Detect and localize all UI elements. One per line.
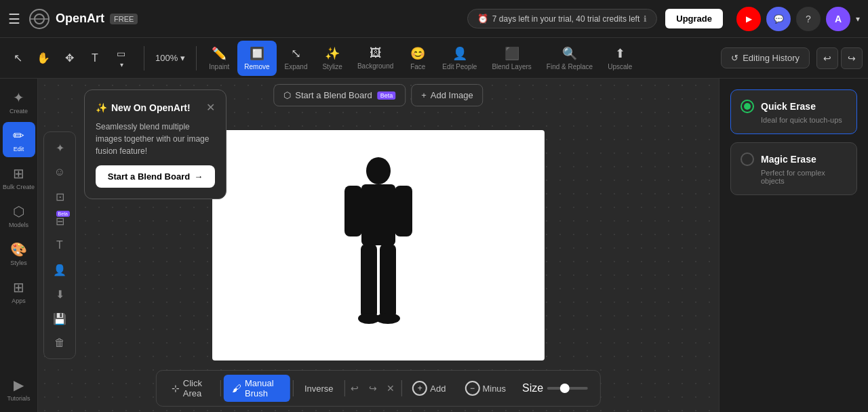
find-replace-btn[interactable]: 🔍 Find & Replace [540, 41, 599, 76]
discord-icon[interactable]: 💬 [766, 7, 791, 31]
menu-icon[interactable]: ☰ [8, 11, 20, 27]
frame-tool-btn[interactable]: ▭ ▾ [108, 41, 133, 76]
add-btn-wrapper[interactable]: + Add [404, 377, 454, 399]
click-area-btn[interactable]: ⊹ Click Area [163, 375, 218, 402]
undo-button[interactable]: ↩ [816, 47, 838, 69]
add-image-label: Add Image [431, 90, 473, 100]
inverse-btn[interactable]: Inverse [296, 380, 342, 397]
svg-rect-7 [361, 244, 377, 318]
styles-label: Styles [10, 260, 27, 266]
select-tool-btn[interactable]: ↖ [5, 41, 30, 76]
text-tool-btn[interactable]: T [83, 41, 107, 76]
avatar[interactable]: A [826, 7, 850, 31]
sidebar-item-create[interactable]: ✦ Create [3, 84, 35, 119]
zoom-value: 100% [155, 53, 178, 63]
redo-button[interactable]: ↪ [841, 47, 863, 69]
sidebar-item-bulk-create[interactable]: ⊞ Bulk Create [3, 160, 35, 195]
sub-delete-btn[interactable]: 🗑 [48, 331, 71, 354]
beta-badge: Beta [378, 91, 396, 100]
move-tool-btn[interactable]: ✥ [57, 41, 81, 76]
clock-icon: ⏰ [477, 14, 488, 24]
magic-erase-title: Magic Erase [761, 154, 816, 165]
upscale-btn[interactable]: ⬆ Upscale [601, 41, 639, 76]
help-icon[interactable]: ? [796, 7, 821, 31]
remove-btn[interactable]: 🔲 Remove [237, 41, 276, 76]
minus-btn-wrapper[interactable]: − Minus [456, 377, 514, 399]
separator [220, 380, 221, 396]
sidebar-item-edit[interactable]: ✏ Edit [3, 122, 35, 157]
add-circle-icon: + [412, 381, 427, 396]
mini-tools: ↖ ✋ ✥ T ▭ ▾ [5, 41, 133, 76]
face-label: Face [410, 63, 425, 70]
magic-erase-header: Magic Erase [741, 152, 847, 166]
redo-icon-btn[interactable]: ↪ [366, 378, 380, 398]
sub-face-btn[interactable]: ☺ [48, 161, 71, 184]
brush-icon: 🖌 [232, 383, 241, 394]
topbar: ☰ OpenArt FREE ⏰ 7 days left in your tri… [0, 0, 868, 38]
bulk-create-label: Bulk Create [3, 184, 35, 190]
styles-icon: 🎨 [10, 241, 27, 258]
blend-layers-btn[interactable]: ⬛ Blend Layers [485, 41, 538, 76]
sidebar-item-styles[interactable]: 🎨 Styles [3, 236, 35, 271]
sub-text-btn[interactable]: T [48, 234, 71, 257]
zoom-control[interactable]: 100% ▾ [150, 49, 191, 67]
inpaint-btn[interactable]: ✏️ Inpaint [202, 41, 236, 76]
youtube-icon[interactable]: ▶ [736, 7, 761, 31]
separator3 [344, 380, 345, 396]
sub-layers-btn[interactable]: ⊟ Beta [48, 209, 71, 232]
undo-icon-btn[interactable]: ↩ [347, 378, 362, 398]
add-label: Add [430, 384, 446, 394]
background-label: Background [357, 62, 393, 70]
blend-board-btn[interactable]: ⬡ Start a Blend Board Beta [273, 84, 406, 106]
sub-save-btn[interactable]: 💾 [48, 307, 71, 330]
editing-history-btn[interactable]: ↺ Editing History [721, 47, 810, 68]
quick-erase-option[interactable]: Quick Erase Ideal for quick touch-ups [730, 89, 857, 134]
tutorials-label: Tutorials [7, 395, 30, 402]
magic-erase-option[interactable]: Magic Erase Perfect for complex objects [730, 142, 857, 195]
history-nav: ↩ ↪ [816, 47, 863, 69]
popup-blend-board-button[interactable]: Start a Blend Board → [96, 165, 215, 188]
chevron-down-icon[interactable]: ▾ [856, 14, 860, 24]
sidebar-item-apps[interactable]: ⊞ Apps [3, 274, 35, 309]
face-btn[interactable]: 😊 Face [401, 41, 434, 76]
expand-btn[interactable]: ⤡ Expand [278, 41, 315, 76]
quick-erase-header: Quick Erase [741, 100, 847, 113]
add-image-btn[interactable]: + Add Image [411, 84, 483, 106]
separator-1 [144, 46, 144, 70]
svg-point-3 [366, 157, 391, 184]
manual-brush-label: Manual Brush [245, 378, 282, 398]
action-bar: ⬡ Start a Blend Board Beta + Add Image [273, 84, 483, 106]
create-icon: ✦ [13, 89, 24, 106]
blend-layers-icon: ⬛ [505, 46, 519, 61]
expand-label: Expand [285, 63, 308, 70]
main: ✦ Create ✏ Edit ⊞ Bulk Create ⬡ Models 🎨… [0, 79, 868, 412]
edit-people-icon: 👤 [452, 46, 467, 61]
apps-icon: ⊞ [13, 279, 24, 295]
manual-brush-btn[interactable]: 🖌 Manual Brush [224, 375, 290, 402]
hand-tool-btn[interactable]: ✋ [31, 41, 56, 76]
silhouette-figure [338, 150, 419, 340]
sub-crop-btn[interactable]: ⊡ [48, 185, 71, 208]
stylize-btn[interactable]: ✨ Stylize [315, 41, 349, 76]
upscale-label: Upscale [608, 63, 632, 70]
minus-circle-icon: − [465, 381, 479, 396]
toolbar: ↖ ✋ ✥ T ▭ ▾ 100% ▾ ✏️ Inpaint 🔲 Remove ⤡… [0, 38, 868, 79]
click-area-label: Click Area [183, 378, 210, 398]
sub-select-btn[interactable]: ✦ [48, 136, 71, 159]
sidebar-item-models[interactable]: ⬡ Models [3, 198, 35, 233]
popup-close-button[interactable]: ✕ [206, 101, 215, 114]
edit-people-btn[interactable]: 👤 Edit People [435, 41, 484, 76]
left-sidebar: ✦ Create ✏ Edit ⊞ Bulk Create ⬡ Models 🎨… [0, 79, 38, 412]
sub-add-person-btn[interactable]: 👤 [48, 258, 71, 281]
sidebar-item-tutorials[interactable]: ▶ Tutorials [3, 371, 35, 407]
size-label: Size [522, 382, 543, 394]
size-slider[interactable] [547, 387, 588, 390]
background-btn[interactable]: 🖼 Background [351, 41, 400, 76]
frame-dropdown-icon[interactable]: ▾ [120, 61, 123, 68]
remove-label: Remove [244, 63, 269, 70]
edit-icon: ✏ [13, 127, 24, 144]
close-icon-btn[interactable]: ✕ [383, 378, 398, 398]
trial-text: 7 days left in your trial, 40 trial cred… [492, 14, 639, 24]
upgrade-button[interactable]: Upgrade [665, 9, 723, 28]
sub-download-btn[interactable]: ⬇ [48, 283, 71, 306]
